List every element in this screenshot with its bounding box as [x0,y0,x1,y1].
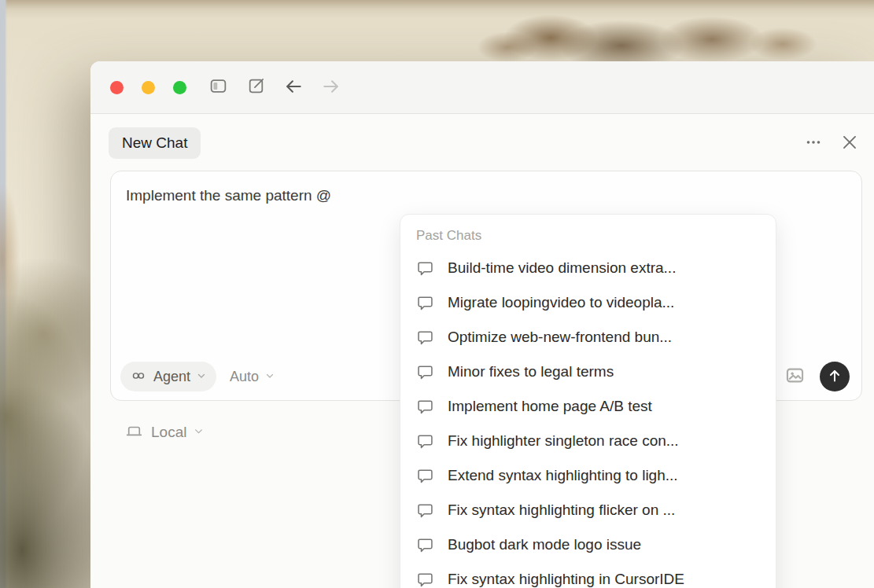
chat-item-label: Fix syntax highlighting in CursorIDE [448,571,684,588]
chat-item-label: Fix syntax highlighting flicker on ... [448,502,675,519]
zoom-window-button[interactable] [173,81,186,94]
chat-window: New Chat Implement the same pattern @ [90,61,874,588]
forward-arrow-icon [321,76,341,99]
chat-bubble-icon [416,571,434,588]
sidebar-toggle-icon [208,76,228,98]
chat-item-label: Bugbot dark mode logo issue [448,536,641,553]
past-chat-item[interactable]: Fix syntax highlighting in CursorIDE [400,562,776,588]
image-icon [784,365,806,388]
minimize-window-button[interactable] [142,81,155,94]
tab-new-chat[interactable]: New Chat [109,127,201,159]
model-label: Auto [230,369,259,385]
attach-image-button[interactable] [784,366,806,388]
back-button[interactable] [283,77,304,97]
past-chat-item[interactable]: Build-time video dimension extra... [400,251,776,285]
traffic-lights [110,81,186,94]
mode-label: Agent [153,369,190,385]
back-arrow-icon [283,76,304,99]
chat-bubble-icon [416,259,434,277]
past-chat-item[interactable]: Implement home page A/B test [400,389,776,424]
past-chat-item[interactable]: Fix syntax highlighting flicker on ... [400,493,776,527]
infinity-icon [130,367,147,387]
mode-selector[interactable]: Agent [120,362,216,391]
chat-input[interactable]: Implement the same pattern @ [111,171,861,204]
more-options-icon [804,133,823,154]
past-chat-item[interactable]: Fix highlighter singleton race con... [400,424,776,458]
past-chat-item[interactable]: Migrate loopingvideo to videopla... [400,285,776,320]
popup-header: Past Chats [416,225,776,246]
chat-bubble-icon [416,467,434,485]
chat-bubble-icon [416,502,434,520]
context-label: Local [151,424,186,441]
chat-bubble-icon [416,536,434,554]
chat-item-label: Build-time video dimension extra... [448,259,676,277]
past-chat-item[interactable]: Minor fixes to legal terms [400,355,776,389]
sidebar-toggle-button[interactable] [208,77,228,97]
close-chat-button[interactable] [839,132,861,154]
chat-item-label: Optimize web-new-frontend bun... [448,329,672,346]
chevron-down-icon [265,371,275,383]
compose-button[interactable] [245,77,266,97]
past-chats-list: Build-time video dimension extra... Migr… [400,251,776,588]
past-chat-item[interactable]: Extend syntax highlighting to ligh... [400,458,776,493]
close-window-button[interactable] [110,81,124,94]
chat-item-label: Fix highlighter singleton race con... [448,432,679,450]
past-chats-popup: Past Chats Build-time video dimension ex… [400,214,776,588]
chat-bubble-icon [416,294,434,312]
chat-bubble-icon [416,432,434,450]
chat-item-label: Implement home page A/B test [448,398,652,415]
chat-bubble-icon [416,329,434,347]
laptop-icon [124,421,144,443]
chat-item-label: Extend syntax highlighting to ligh... [448,467,678,484]
forward-button[interactable] [321,77,341,97]
model-selector[interactable]: Auto [230,369,275,385]
context-selector[interactable]: Local [124,421,204,443]
window-titlebar [90,61,874,114]
chevron-down-icon [194,426,204,439]
chat-bubble-icon [416,398,434,416]
send-button[interactable] [820,362,850,391]
context-row: Local [124,421,204,443]
past-chat-item[interactable]: Bugbot dark mode logo issue [400,527,776,562]
more-options-button[interactable] [802,132,824,154]
chat-bubble-icon [416,363,434,381]
arrow-up-icon [826,367,843,387]
compose-icon [246,76,266,98]
tab-label: New Chat [122,134,187,152]
chat-item-label: Migrate loopingvideo to videopla... [448,294,674,311]
chevron-down-icon [197,371,206,383]
close-icon [839,132,860,155]
chat-item-label: Minor fixes to legal terms [448,363,614,380]
past-chat-item[interactable]: Optimize web-new-frontend bun... [400,320,776,355]
